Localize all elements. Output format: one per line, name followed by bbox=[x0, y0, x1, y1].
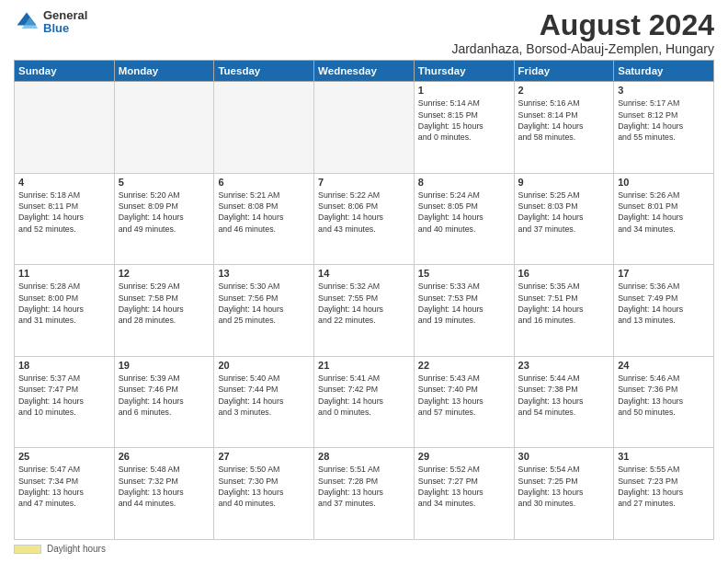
col-tuesday: Tuesday bbox=[214, 61, 314, 82]
col-wednesday: Wednesday bbox=[314, 61, 415, 82]
table-row: 26Sunrise: 5:48 AM Sunset: 7:32 PM Dayli… bbox=[114, 448, 214, 540]
calendar-row: 4Sunrise: 5:18 AM Sunset: 8:11 PM Daylig… bbox=[15, 173, 714, 265]
daylight-bar bbox=[14, 545, 41, 554]
table-row: 16Sunrise: 5:35 AM Sunset: 7:51 PM Dayli… bbox=[514, 265, 614, 357]
day-number: 22 bbox=[418, 360, 510, 371]
table-row: 28Sunrise: 5:51 AM Sunset: 7:28 PM Dayli… bbox=[314, 448, 415, 540]
day-number: 5 bbox=[119, 177, 210, 188]
table-row: 22Sunrise: 5:43 AM Sunset: 7:40 PM Dayli… bbox=[414, 356, 514, 448]
col-friday: Friday bbox=[514, 61, 614, 82]
table-row: 7Sunrise: 5:22 AM Sunset: 8:06 PM Daylig… bbox=[314, 173, 415, 265]
day-number: 8 bbox=[418, 177, 510, 188]
day-info: Sunrise: 5:22 AM Sunset: 8:06 PM Dayligh… bbox=[318, 190, 410, 235]
logo-general: General bbox=[43, 9, 87, 22]
col-thursday: Thursday bbox=[414, 61, 514, 82]
day-number: 6 bbox=[218, 177, 310, 188]
day-info: Sunrise: 5:16 AM Sunset: 8:14 PM Dayligh… bbox=[518, 98, 610, 143]
day-number: 24 bbox=[618, 360, 710, 371]
day-info: Sunrise: 5:35 AM Sunset: 7:51 PM Dayligh… bbox=[518, 281, 610, 326]
logo-text: General Blue bbox=[43, 9, 87, 36]
table-row: 9Sunrise: 5:25 AM Sunset: 8:03 PM Daylig… bbox=[514, 173, 614, 265]
subtitle: Jardanhaza, Borsod-Abauj-Zemplen, Hungar… bbox=[451, 41, 714, 56]
day-number: 30 bbox=[518, 451, 610, 462]
table-row: 30Sunrise: 5:54 AM Sunset: 7:25 PM Dayli… bbox=[514, 448, 614, 540]
footer: Daylight hours bbox=[14, 544, 714, 554]
calendar-row: 25Sunrise: 5:47 AM Sunset: 7:34 PM Dayli… bbox=[15, 448, 714, 540]
table-row: 6Sunrise: 5:21 AM Sunset: 8:08 PM Daylig… bbox=[214, 173, 314, 265]
table-row: 11Sunrise: 5:28 AM Sunset: 8:00 PM Dayli… bbox=[15, 265, 115, 357]
logo-icon bbox=[14, 9, 40, 35]
day-info: Sunrise: 5:55 AM Sunset: 7:23 PM Dayligh… bbox=[618, 464, 710, 509]
logo-blue: Blue bbox=[43, 22, 87, 35]
table-row: 1Sunrise: 5:14 AM Sunset: 8:15 PM Daylig… bbox=[414, 82, 514, 174]
day-number: 2 bbox=[518, 85, 610, 96]
col-monday: Monday bbox=[114, 61, 214, 82]
calendar-header-row: Sunday Monday Tuesday Wednesday Thursday… bbox=[15, 61, 714, 82]
logo: General Blue bbox=[14, 9, 87, 36]
table-row bbox=[15, 82, 115, 174]
calendar-table: Sunday Monday Tuesday Wednesday Thursday… bbox=[14, 60, 714, 540]
table-row: 4Sunrise: 5:18 AM Sunset: 8:11 PM Daylig… bbox=[15, 173, 115, 265]
day-info: Sunrise: 5:51 AM Sunset: 7:28 PM Dayligh… bbox=[318, 464, 410, 509]
calendar-row: 1Sunrise: 5:14 AM Sunset: 8:15 PM Daylig… bbox=[15, 82, 714, 174]
day-number: 16 bbox=[518, 268, 610, 279]
day-info: Sunrise: 5:44 AM Sunset: 7:38 PM Dayligh… bbox=[518, 373, 610, 418]
day-info: Sunrise: 5:52 AM Sunset: 7:27 PM Dayligh… bbox=[418, 464, 510, 509]
main-title: August 2024 bbox=[451, 9, 714, 41]
day-number: 4 bbox=[18, 177, 110, 188]
day-number: 31 bbox=[618, 451, 710, 462]
day-info: Sunrise: 5:25 AM Sunset: 8:03 PM Dayligh… bbox=[518, 190, 610, 235]
day-info: Sunrise: 5:28 AM Sunset: 8:00 PM Dayligh… bbox=[18, 281, 110, 326]
day-info: Sunrise: 5:20 AM Sunset: 8:09 PM Dayligh… bbox=[119, 190, 210, 235]
day-number: 1 bbox=[418, 85, 510, 96]
table-row: 15Sunrise: 5:33 AM Sunset: 7:53 PM Dayli… bbox=[414, 265, 514, 357]
table-row: 18Sunrise: 5:37 AM Sunset: 7:47 PM Dayli… bbox=[15, 356, 115, 448]
day-info: Sunrise: 5:54 AM Sunset: 7:25 PM Dayligh… bbox=[518, 464, 610, 509]
day-number: 3 bbox=[618, 85, 710, 96]
day-info: Sunrise: 5:43 AM Sunset: 7:40 PM Dayligh… bbox=[418, 373, 510, 418]
table-row: 29Sunrise: 5:52 AM Sunset: 7:27 PM Dayli… bbox=[414, 448, 514, 540]
day-info: Sunrise: 5:37 AM Sunset: 7:47 PM Dayligh… bbox=[18, 373, 110, 418]
day-number: 23 bbox=[518, 360, 610, 371]
day-number: 25 bbox=[18, 451, 110, 462]
day-number: 28 bbox=[318, 451, 410, 462]
table-row: 31Sunrise: 5:55 AM Sunset: 7:23 PM Dayli… bbox=[614, 448, 714, 540]
day-number: 27 bbox=[218, 451, 310, 462]
col-saturday: Saturday bbox=[614, 61, 714, 82]
day-number: 19 bbox=[119, 360, 210, 371]
table-row bbox=[214, 82, 314, 174]
day-number: 14 bbox=[318, 268, 410, 279]
page: General Blue August 2024 Jardanhaza, Bor… bbox=[0, 0, 728, 563]
day-number: 20 bbox=[218, 360, 310, 371]
day-info: Sunrise: 5:24 AM Sunset: 8:05 PM Dayligh… bbox=[418, 190, 510, 235]
day-info: Sunrise: 5:30 AM Sunset: 7:56 PM Dayligh… bbox=[218, 281, 310, 326]
day-info: Sunrise: 5:39 AM Sunset: 7:46 PM Dayligh… bbox=[119, 373, 210, 418]
table-row: 21Sunrise: 5:41 AM Sunset: 7:42 PM Dayli… bbox=[314, 356, 415, 448]
day-number: 11 bbox=[18, 268, 110, 279]
table-row: 19Sunrise: 5:39 AM Sunset: 7:46 PM Dayli… bbox=[114, 356, 214, 448]
table-row: 27Sunrise: 5:50 AM Sunset: 7:30 PM Dayli… bbox=[214, 448, 314, 540]
day-number: 13 bbox=[218, 268, 310, 279]
day-number: 17 bbox=[618, 268, 710, 279]
day-info: Sunrise: 5:33 AM Sunset: 7:53 PM Dayligh… bbox=[418, 281, 510, 326]
day-info: Sunrise: 5:48 AM Sunset: 7:32 PM Dayligh… bbox=[119, 464, 210, 509]
day-number: 21 bbox=[318, 360, 410, 371]
day-info: Sunrise: 5:21 AM Sunset: 8:08 PM Dayligh… bbox=[218, 190, 310, 235]
day-info: Sunrise: 5:50 AM Sunset: 7:30 PM Dayligh… bbox=[218, 464, 310, 509]
col-sunday: Sunday bbox=[15, 61, 115, 82]
table-row: 25Sunrise: 5:47 AM Sunset: 7:34 PM Dayli… bbox=[15, 448, 115, 540]
calendar-row: 11Sunrise: 5:28 AM Sunset: 8:00 PM Dayli… bbox=[15, 265, 714, 357]
day-info: Sunrise: 5:14 AM Sunset: 8:15 PM Dayligh… bbox=[418, 98, 510, 143]
day-info: Sunrise: 5:26 AM Sunset: 8:01 PM Dayligh… bbox=[618, 190, 710, 235]
table-row: 3Sunrise: 5:17 AM Sunset: 8:12 PM Daylig… bbox=[614, 82, 714, 174]
day-number: 26 bbox=[119, 451, 210, 462]
header: General Blue August 2024 Jardanhaza, Bor… bbox=[14, 9, 714, 56]
table-row: 24Sunrise: 5:46 AM Sunset: 7:36 PM Dayli… bbox=[614, 356, 714, 448]
day-number: 9 bbox=[518, 177, 610, 188]
day-number: 29 bbox=[418, 451, 510, 462]
day-info: Sunrise: 5:36 AM Sunset: 7:49 PM Dayligh… bbox=[618, 281, 710, 326]
table-row: 8Sunrise: 5:24 AM Sunset: 8:05 PM Daylig… bbox=[414, 173, 514, 265]
day-info: Sunrise: 5:41 AM Sunset: 7:42 PM Dayligh… bbox=[318, 373, 410, 418]
day-number: 10 bbox=[618, 177, 710, 188]
table-row: 23Sunrise: 5:44 AM Sunset: 7:38 PM Dayli… bbox=[514, 356, 614, 448]
